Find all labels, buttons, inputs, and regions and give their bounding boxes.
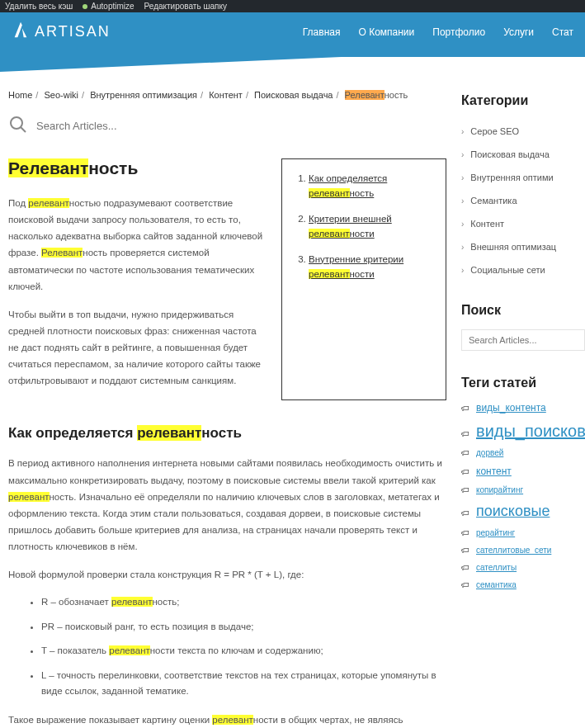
category-item[interactable]: ›Контент [461,212,585,235]
chevron-right-icon: › [461,173,464,182]
tag-link[interactable]: контент [476,466,512,477]
tag-item: 🏷контент [461,466,585,477]
sidebar: Категории ›Серое SEO›Поисковая выдача›Вн… [461,90,585,728]
main-nav: Главная О Компании Портфолио Услуги Стат [303,26,573,38]
category-item[interactable]: ›Внешняя оптимизац [461,235,585,258]
sidebar-search-title: Поиск [461,303,585,318]
category-label: Серое SEO [470,126,519,136]
tag-icon: 🏷 [461,448,469,457]
site-header: ARTISAN Главная О Компании Портфолио Усл… [0,12,585,57]
intro-p1: Под релевантностью подразумевают соответ… [8,195,265,295]
tag-icon: 🏷 [461,404,469,413]
tag-item: 🏷виды_поисковых запросов [461,422,585,440]
search-row [8,115,446,137]
category-item[interactable]: ›Семантика [461,189,585,212]
table-of-contents: Как определяется релевантность Критерии … [281,158,446,400]
logo[interactable]: ARTISAN [12,21,111,43]
tag-icon: 🏷 [461,429,469,438]
tag-link[interactable]: сателлиты [476,563,517,572]
tag-icon: 🏷 [461,508,469,518]
category-label: Контент [470,219,504,229]
tag-item: 🏷виды_контента [461,402,585,414]
tag-link[interactable]: виды_контента [476,402,546,414]
admin-clear-cache[interactable]: Удалить весь кэш [5,2,73,11]
search-input[interactable] [36,116,446,135]
formula-list: R – обозначает релевантность; PR – поиск… [8,594,446,700]
admin-edit-header[interactable]: Редактировать шапку [144,2,227,11]
breadcrumb: Home/ Seo-wiki/ Внутренняя оптимизация/ … [8,90,446,100]
category-item[interactable]: ›Серое SEO [461,120,585,143]
tag-icon: 🏷 [461,546,469,555]
tag-list: 🏷виды_контента🏷виды_поисковых запросов🏷д… [461,402,585,589]
intro-p2: Чтобы выйти в топ выдачи, нужно придержи… [8,306,265,390]
crumb-seowiki[interactable]: Seo-wiki [44,90,78,100]
nav-articles[interactable]: Стат [552,26,573,38]
sec1-p2: Новой формулой проверки стала конструкци… [8,566,446,583]
category-list: ›Серое SEO›Поисковая выдача›Внутренняя о… [461,120,585,281]
category-label: Внешняя оптимизац [470,242,556,252]
category-label: Внутренняя оптими [470,173,553,182]
category-label: Семантика [470,196,517,206]
tag-icon: 🏷 [461,485,469,494]
main-content: Home/ Seo-wiki/ Внутренняя оптимизация/ … [8,90,446,728]
nav-portfolio[interactable]: Портфолио [432,26,485,38]
category-label: Поисковая выдача [470,149,549,159]
svg-point-0 [11,117,22,129]
nav-services[interactable]: Услуги [503,26,534,38]
toc-link-2[interactable]: Критерии внешней релевантности [309,214,392,239]
tag-item: 🏷поисковые [461,503,585,520]
category-label: Социальные сети [470,265,545,275]
tag-link[interactable]: копирайтинг [476,485,523,494]
admin-autoptimize[interactable]: Autoptimize [83,2,134,11]
search-icon [8,115,28,137]
chevron-right-icon: › [461,127,464,136]
chevron-right-icon: › [461,150,464,159]
tag-item: 🏷дорвей [461,448,585,457]
sidebar-categories-title: Категории [461,93,585,108]
tag-link[interactable]: семантика [476,580,517,589]
sidebar-search-input[interactable] [461,329,585,351]
category-item[interactable]: ›Внутренняя оптими [461,166,585,189]
chevron-right-icon: › [461,196,464,206]
tag-link[interactable]: поисковые [476,503,550,520]
list-item: L – точность перелинковки, соответствие … [41,668,446,700]
tag-link[interactable]: виды_поисковых запросов [476,422,585,440]
list-item: R – обозначает релевантность; [41,594,446,611]
page-title: Релевантность [8,158,265,178]
crumb-serp[interactable]: Поисковая выдача [254,90,333,100]
category-item[interactable]: ›Поисковая выдача [461,143,585,166]
tag-item: 🏷сателлиты [461,563,585,572]
tag-item: 🏷копирайтинг [461,485,585,494]
toc-link-1[interactable]: Как определяется релевантность [309,173,387,198]
category-item[interactable]: ›Социальные сети [461,258,585,281]
toc-link-3[interactable]: Внутренние критерии релевантности [309,254,403,279]
crumb-current: Релевантность [345,90,408,100]
list-item: T – показатель релевантности текста по к… [41,643,446,659]
sidebar-tags-title: Теги статей [461,376,585,390]
chevron-right-icon: › [461,266,464,275]
tag-item: 🏷сателлитовые_сети [461,546,585,555]
tag-icon: 🏷 [461,467,469,476]
tag-link[interactable]: дорвей [476,448,503,457]
crumb-internal[interactable]: Внутренняя оптимизация [90,90,197,100]
tag-link[interactable]: рерайтинг [476,528,515,537]
nav-about[interactable]: О Компании [358,26,414,38]
sec1-p3: Такое выражение показывает картину оценк… [8,711,446,728]
admin-bar: Удалить весь кэш Autoptimize Редактирова… [0,0,585,12]
h2-how-determined: Как определяется релевантность [8,425,446,442]
svg-line-1 [21,127,26,132]
nav-home[interactable]: Главная [303,26,341,38]
tag-link[interactable]: сателлитовые_сети [476,546,551,555]
sec1-p1: В период активного наполнения интернета … [8,455,446,555]
crumb-home[interactable]: Home [8,90,32,100]
crumb-content[interactable]: Контент [209,90,243,100]
tag-item: 🏷рерайтинг [461,528,585,537]
tag-item: 🏷семантика [461,580,585,589]
chevron-right-icon: › [461,220,464,229]
tag-icon: 🏷 [461,580,469,589]
logo-text: ARTISAN [35,23,111,40]
list-item: PR – поисковый ранг, то есть позиция в в… [41,619,446,636]
chevron-right-icon: › [461,243,464,252]
tag-icon: 🏷 [461,528,469,537]
logo-icon [12,21,30,43]
